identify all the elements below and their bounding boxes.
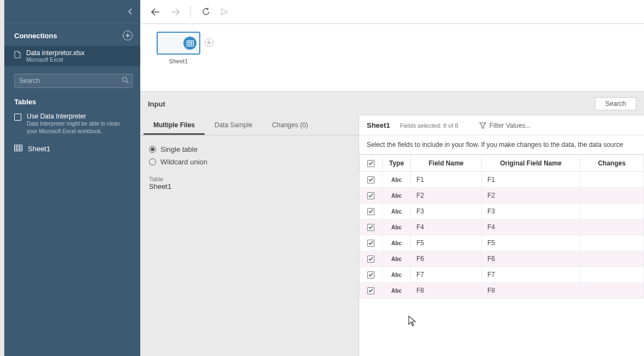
changes-cell: [580, 172, 644, 188]
field-name-cell[interactable]: F7: [411, 267, 482, 283]
interpreter-label: Use Data Interpreter: [27, 112, 130, 120]
lower-panel: Input Search Multiple Files Data Sample …: [140, 92, 644, 356]
field-name-cell[interactable]: F3: [411, 204, 482, 219]
col-type: Type: [383, 155, 411, 172]
tab-multiple-files[interactable]: Multiple Files: [144, 116, 205, 135]
field-name-cell[interactable]: F5: [411, 235, 482, 251]
row-checkbox[interactable]: [367, 271, 374, 278]
changes-cell: [580, 188, 644, 204]
type-cell[interactable]: Abc: [383, 283, 411, 299]
table-row[interactable]: AbcF1F1: [360, 172, 644, 188]
flow-canvas[interactable]: Sheet1: [140, 24, 644, 92]
filter-icon: [479, 122, 486, 129]
row-checkbox[interactable]: [367, 256, 374, 263]
tab-strip: Multiple Files Data Sample Changes (0): [140, 116, 359, 135]
add-step-button[interactable]: [205, 38, 213, 47]
run-button[interactable]: [218, 6, 231, 17]
toolbar: [140, 0, 644, 24]
flow-node-sheet1[interactable]: [157, 32, 200, 55]
table-item-sheet1[interactable]: Sheet1: [4, 139, 140, 158]
col-checkbox: [360, 155, 383, 172]
fields-panel-description: Select the fields to include in your flo…: [359, 135, 644, 155]
chevron-left-icon: [128, 8, 133, 15]
connection-name: Data interpretor.xlsx: [26, 49, 85, 57]
connection-item[interactable]: Data interpretor.xlsx Microsoft Excel: [4, 46, 140, 66]
table-row[interactable]: AbcF6F6: [360, 251, 644, 267]
type-cell[interactable]: Abc: [383, 251, 411, 267]
table-row[interactable]: AbcF7F7: [360, 267, 644, 283]
type-cell[interactable]: Abc: [383, 172, 411, 188]
type-cell[interactable]: Abc: [383, 204, 411, 219]
left-gutter: [0, 0, 4, 356]
type-cell[interactable]: Abc: [383, 188, 411, 204]
row-checkbox[interactable]: [367, 287, 374, 294]
table-row[interactable]: AbcF3F3: [360, 204, 644, 219]
refresh-button[interactable]: [199, 5, 213, 18]
type-cell[interactable]: Abc: [383, 267, 411, 283]
original-field-name-cell: F6: [482, 251, 580, 267]
original-field-name-cell: F7: [482, 267, 580, 283]
table-row[interactable]: AbcF2F2: [360, 188, 644, 204]
radio-label: Single table: [160, 145, 198, 153]
back-button[interactable]: [148, 6, 163, 18]
changes-cell: [580, 235, 644, 251]
connections-header: Connections: [4, 24, 140, 46]
type-cell[interactable]: Abc: [383, 235, 411, 251]
interpreter-checkbox[interactable]: [14, 114, 21, 121]
radio-label: Wildcard union: [160, 158, 207, 166]
field-name-cell[interactable]: F6: [411, 251, 482, 267]
field-name-cell[interactable]: F1: [411, 172, 482, 188]
fields-panel: Sheet1 Fields selected: 8 of 8 Filter Va…: [359, 116, 644, 356]
row-checkbox[interactable]: [367, 240, 374, 247]
radio-single-table[interactable]: Single table: [149, 143, 350, 156]
input-title: Input: [148, 100, 165, 108]
node-type-icon: [183, 37, 196, 50]
table-row[interactable]: AbcF8F8: [360, 283, 644, 299]
fields-table: Type Field Name Original Field Name Chan…: [359, 155, 644, 299]
field-name-cell[interactable]: F4: [411, 219, 482, 235]
type-cell[interactable]: Abc: [383, 219, 411, 235]
table-heading: Table: [149, 176, 350, 182]
radio-wildcard-union[interactable]: Wildcard union: [149, 156, 350, 168]
select-all-checkbox[interactable]: [367, 160, 374, 167]
table-item-label: Sheet1: [28, 145, 50, 153]
interpreter-description: Data Interpreter might be able to clean …: [27, 120, 130, 135]
original-field-name-cell: F8: [482, 283, 580, 299]
collapse-sidebar-button[interactable]: [128, 8, 133, 16]
file-icon: [14, 51, 21, 60]
connection-type: Microsoft Excel: [26, 57, 85, 63]
row-checkbox[interactable]: [367, 224, 374, 231]
search-button[interactable]: Search: [595, 97, 636, 110]
field-name-cell[interactable]: F2: [411, 188, 482, 204]
sidebar: Connections Data interpretor.xlsx Micros…: [4, 0, 140, 356]
forward-button[interactable]: [168, 6, 183, 18]
connections-label: Connections: [14, 32, 57, 40]
radio-input[interactable]: [149, 146, 156, 153]
field-name-cell[interactable]: F8: [411, 283, 482, 299]
original-field-name-cell: F3: [482, 204, 580, 219]
changes-cell: [580, 283, 644, 299]
tab-data-sample[interactable]: Data Sample: [205, 116, 262, 135]
add-connection-button[interactable]: [123, 31, 133, 40]
tables-header: Tables: [4, 94, 140, 110]
search-input[interactable]: [14, 74, 133, 88]
changes-cell: [580, 267, 644, 283]
col-field-name: Field Name: [411, 155, 482, 172]
plus-icon: [207, 40, 211, 45]
radio-input[interactable]: [149, 158, 156, 165]
row-checkbox[interactable]: [367, 208, 374, 215]
row-checkbox[interactable]: [367, 192, 374, 199]
table-row[interactable]: AbcF5F5: [360, 235, 644, 251]
tab-changes[interactable]: Changes (0): [262, 116, 318, 135]
original-field-name-cell: F1: [482, 172, 580, 188]
table-row[interactable]: AbcF4F4: [360, 219, 644, 235]
main-area: Sheet1 Input Search Multiple Files Data …: [140, 0, 644, 356]
plus-icon: [125, 33, 130, 38]
input-config-panel: Multiple Files Data Sample Changes (0) S…: [140, 116, 359, 356]
original-field-name-cell: F5: [482, 235, 580, 251]
filter-values-label: Filter Values...: [490, 122, 531, 129]
data-interpreter-toggle[interactable]: Use Data Interpreter Data Interpreter mi…: [4, 110, 140, 139]
toolbar-separator: [190, 6, 191, 18]
filter-values-button[interactable]: Filter Values...: [479, 122, 531, 129]
row-checkbox[interactable]: [367, 176, 374, 183]
